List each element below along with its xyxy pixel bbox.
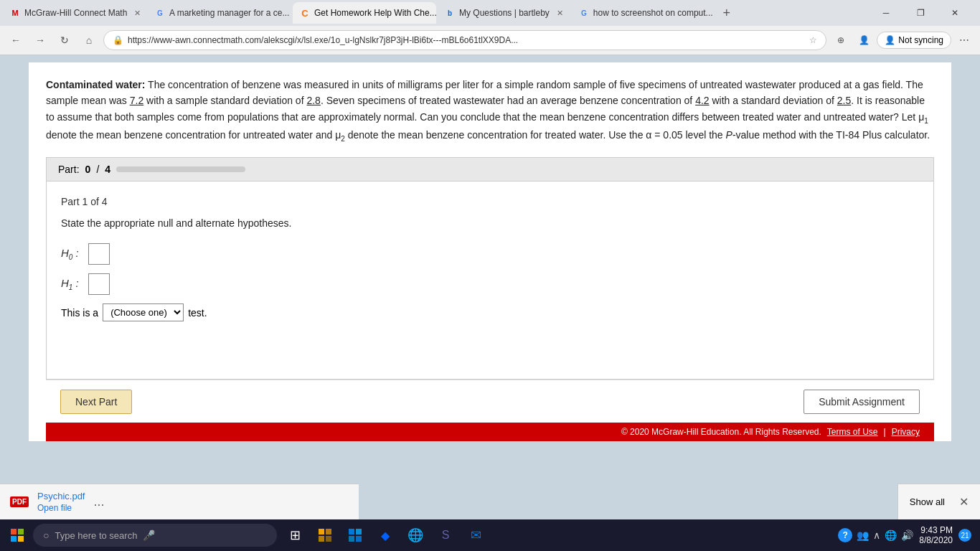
profile-button[interactable]: 👤: [854, 30, 874, 50]
taskbar-apps: ⊞ ◆ 🌐 S ✉: [281, 522, 489, 549]
search-circle-icon: ○: [43, 529, 49, 541]
test-row: This is a (Choose one) left-tailed right…: [61, 303, 919, 321]
reload-button[interactable]: ↻: [55, 30, 75, 50]
forward-button[interactable]: →: [30, 30, 50, 50]
tab-4-icon: b: [445, 8, 455, 18]
h1-input[interactable]: [88, 273, 110, 295]
part-current: 0: [85, 164, 91, 175]
svg-rect-11: [319, 529, 324, 534]
next-part-button[interactable]: Next Part: [60, 390, 132, 414]
part-body: Part 1 of 4 State the appropriate null a…: [46, 182, 934, 380]
taskbar-taskview[interactable]: ⊞: [281, 522, 308, 549]
question-text: State the appropriate null and alternate…: [61, 217, 919, 229]
h0-label: H0 :: [61, 247, 83, 261]
part-label: Part:: [58, 164, 80, 175]
open-file-link[interactable]: Open file: [37, 503, 85, 513]
tab-1-icon: M: [10, 8, 20, 18]
question-icon[interactable]: ?: [838, 528, 852, 542]
sync-button[interactable]: 👤 Not syncing: [877, 32, 951, 49]
footer-privacy-link[interactable]: Privacy: [892, 427, 920, 437]
tab-1-close[interactable]: ✕: [134, 9, 141, 18]
part-title: Part 1 of 4: [61, 196, 919, 207]
tab-2-label: A marketing manager for a ce...: [169, 8, 289, 18]
home-button[interactable]: ⌂: [79, 30, 99, 50]
h1-row: H1 :: [61, 273, 919, 295]
people-icon[interactable]: 👥: [857, 529, 869, 541]
svg-rect-8: [18, 529, 24, 534]
tab-1-label: McGraw-Hill Connect Math: [24, 8, 127, 18]
tab-bar: M McGraw-Hill Connect Math ✕ G A marketi…: [0, 0, 980, 26]
taskbar-dropbox[interactable]: ◆: [372, 522, 399, 549]
tab-5[interactable]: G how to screenshot on comput... ✕: [572, 2, 715, 24]
show-all-label: Show all: [910, 496, 945, 507]
svg-rect-10: [18, 536, 24, 542]
taskbar-edge[interactable]: 🌐: [402, 522, 429, 549]
h1-label: H1 :: [61, 277, 83, 291]
chevron-up-icon[interactable]: ∧: [873, 529, 880, 541]
svg-rect-7: [11, 529, 17, 534]
svg-rect-12: [326, 529, 331, 534]
test-type-select[interactable]: (Choose one) left-tailed right-tailed tw…: [103, 303, 184, 321]
sync-label: Not syncing: [898, 35, 943, 45]
footer-terms-link[interactable]: Terms of Use: [827, 427, 878, 437]
tab-1[interactable]: M McGraw-Hill Connect Math ✕: [3, 2, 146, 24]
svg-rect-18: [356, 536, 362, 542]
new-tab-button[interactable]: +: [717, 3, 737, 23]
part-header: Part: 0 / 4: [46, 157, 934, 182]
tab-2[interactable]: G A marketing manager for a ce... ✕: [148, 2, 291, 24]
taskbar-clock[interactable]: 9:43 PM 8/8/2020: [919, 525, 953, 545]
tab-4[interactable]: b My Questions | bartleby ✕: [438, 2, 570, 24]
download-filename[interactable]: Psychic.pdf: [37, 491, 85, 501]
tab-4-close[interactable]: ✕: [557, 9, 563, 18]
part-separator: /: [96, 164, 99, 175]
microphone-icon[interactable]: 🎤: [143, 529, 155, 541]
download-more-button[interactable]: ...: [93, 494, 104, 509]
footer-separator: |: [884, 427, 886, 437]
svg-rect-16: [356, 529, 362, 534]
window-controls: ─ ❐ ✕: [870, 2, 977, 24]
taskbar-app-blue[interactable]: S: [432, 522, 459, 549]
back-button[interactable]: ←: [6, 30, 26, 50]
restore-button[interactable]: ❐: [904, 2, 937, 24]
date-display: 8/8/2020: [919, 535, 953, 545]
main-scroll-area: Contaminated water: The concentration of…: [0, 55, 980, 520]
volume-icon[interactable]: 🔊: [901, 529, 913, 541]
taskbar-system-icons: ? 👥 ∧ 🌐 🔊: [838, 528, 913, 542]
bottom-bar: Next Part Submit Assignment: [46, 380, 934, 423]
taskbar-explorer[interactable]: [311, 522, 339, 549]
url-bar[interactable]: 🔒 https://www-awn.connectmath.com/aleksc…: [103, 30, 826, 50]
svg-rect-13: [319, 536, 324, 542]
tab-5-icon: G: [579, 8, 589, 18]
extensions-button[interactable]: ⊕: [831, 30, 851, 50]
h0-row: H0 :: [61, 243, 919, 265]
star-icon[interactable]: ☆: [809, 35, 817, 45]
svg-rect-14: [326, 536, 331, 542]
start-button[interactable]: [3, 521, 32, 550]
url-text: https://www-awn.connectmath.com/alekscgi…: [128, 35, 805, 45]
tab-5-label: how to screenshot on comput...: [593, 8, 713, 18]
more-button[interactable]: ⋯: [954, 30, 974, 50]
download-info: Psychic.pdf Open file: [37, 491, 85, 513]
close-download-icon[interactable]: ✕: [959, 495, 969, 509]
taskbar-store[interactable]: [341, 522, 369, 549]
taskbar-mail[interactable]: ✉: [462, 522, 489, 549]
notification-badge[interactable]: 21: [958, 529, 971, 542]
network-icon[interactable]: 🌐: [885, 529, 897, 541]
close-button[interactable]: ✕: [938, 2, 971, 24]
problem-card: Contaminated water: The concentration of…: [29, 62, 951, 441]
copyright-text: © 2020 McGraw-Hill Education. All Rights…: [621, 427, 821, 437]
download-bar: PDF Psychic.pdf Open file ...: [0, 484, 359, 519]
minimize-button[interactable]: ─: [870, 2, 903, 24]
svg-rect-17: [349, 536, 354, 542]
part-total: 4: [105, 164, 110, 175]
taskbar-search-bar[interactable]: ○ Type here to search 🎤: [33, 524, 277, 547]
time-display: 9:43 PM: [919, 525, 953, 535]
tab-3[interactable]: C Get Homework Help With Che... ✕: [293, 2, 436, 24]
show-all-button[interactable]: Show all ✕: [897, 484, 980, 519]
submit-button[interactable]: Submit Assignment: [804, 390, 920, 414]
h0-input[interactable]: [88, 243, 110, 265]
lock-icon: 🔒: [113, 35, 123, 45]
tab-3-icon: C: [300, 8, 310, 18]
this-is-a-label: This is a: [61, 307, 98, 319]
address-bar: ← → ↻ ⌂ 🔒 https://www-awn.connectmath.co…: [0, 26, 980, 55]
